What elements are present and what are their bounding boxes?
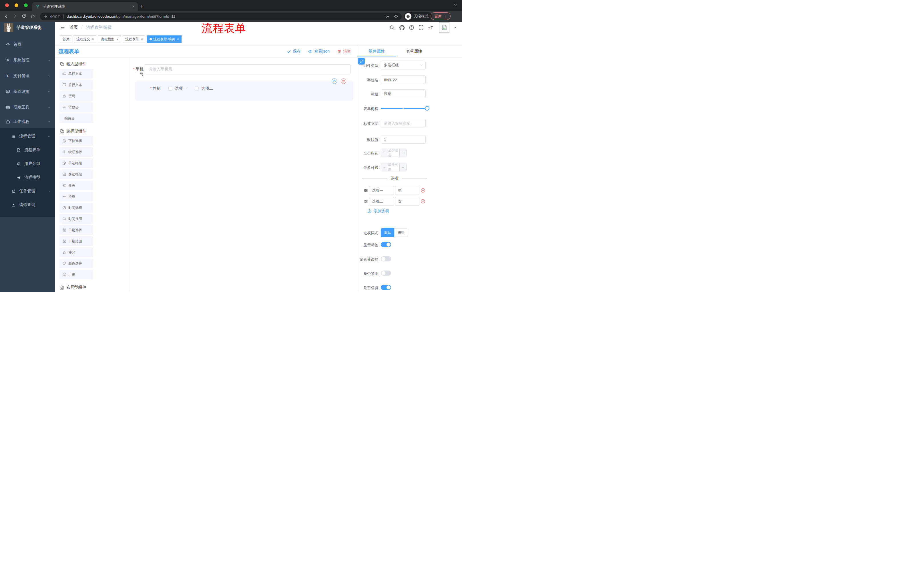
gender-option-checkbox[interactable]: 选项一 <box>168 86 187 91</box>
component-item-palette[interactable]: 颜色选择 <box>59 258 93 268</box>
component-item-rate[interactable]: 评分 <box>59 247 93 257</box>
option-label-input[interactable] <box>369 197 394 206</box>
component-item-upload[interactable]: 上传 <box>59 270 93 280</box>
home-icon[interactable] <box>30 14 35 19</box>
delete-component-button[interactable] <box>341 79 346 84</box>
component-item-date[interactable]: 日期选择 <box>59 225 93 235</box>
component-item-slider[interactable]: 滑块 <box>59 192 93 201</box>
sidebar-item-user[interactable]: 请假查询 <box>0 198 55 212</box>
tab-component-props[interactable]: 组件属性 <box>357 45 396 57</box>
tab-close-icon[interactable]: × <box>132 4 134 8</box>
tag-active[interactable]: 流程表单-编辑× <box>147 35 181 43</box>
form-grid-slider[interactable] <box>381 108 427 109</box>
help-icon[interactable] <box>409 25 414 30</box>
tag-close-icon[interactable]: × <box>141 36 143 43</box>
stepper-plus-button[interactable]: + <box>399 163 406 171</box>
component-type-select[interactable]: 多选框组 <box>381 61 426 69</box>
search-icon[interactable] <box>389 25 395 30</box>
component-item-radio[interactable]: 单选框组 <box>59 158 93 168</box>
option-value-input[interactable] <box>395 197 419 206</box>
component-item-lock[interactable]: 密码 <box>59 91 93 101</box>
font-size-icon[interactable]: TT <box>428 25 434 30</box>
update-button[interactable]: 更新 <box>431 12 450 20</box>
option-value-input[interactable] <box>395 186 419 195</box>
sidebar-item-briefcase[interactable]: 工作流程 <box>0 115 55 128</box>
forward-icon[interactable] <box>13 14 18 19</box>
tag-item[interactable]: 流程定义× <box>74 35 96 43</box>
component-item-time[interactable]: 时间选择 <box>59 203 93 212</box>
component-item-date-range[interactable]: 日期范围 <box>59 236 93 246</box>
github-icon[interactable] <box>399 25 404 30</box>
bookmark-star-icon[interactable] <box>394 14 398 19</box>
slider-handle[interactable] <box>425 106 429 110</box>
label-width-input[interactable] <box>381 119 426 127</box>
toggle-switch[interactable] <box>381 285 391 290</box>
drag-handle-icon[interactable] <box>364 188 368 192</box>
toggle-switch[interactable] <box>381 256 391 262</box>
tag-close-icon[interactable]: × <box>116 36 118 43</box>
style-default-button[interactable]: 默认 <box>381 228 394 237</box>
component-item-checkbox[interactable]: 多选框组 <box>59 169 93 179</box>
sidebar-item-toolbox[interactable]: 研发工具 <box>0 99 55 115</box>
password-key-icon[interactable] <box>385 14 390 19</box>
sidebar-item-robot[interactable]: 用户分组 <box>0 157 55 171</box>
add-option-button[interactable]: 添加选项 <box>367 209 389 214</box>
stepper-minus-button[interactable]: − <box>381 163 388 171</box>
minimize-window-button[interactable] <box>15 3 18 7</box>
tag-close-icon[interactable]: × <box>92 36 94 43</box>
sidebar-item-list[interactable]: 流程管理 <box>0 130 55 143</box>
style-button-button[interactable]: 按钮 <box>394 228 408 237</box>
component-item-textarea[interactable]: 多行文本 <box>59 80 93 90</box>
remove-option-icon[interactable] <box>421 188 426 193</box>
new-tab-button[interactable]: + <box>140 2 144 10</box>
tab-form-props[interactable]: 表单属性 <box>396 45 432 57</box>
not-secure-label[interactable]: 不安全 <box>50 14 61 19</box>
component-item-cascade[interactable]: 级联选择 <box>59 147 93 157</box>
component-item-counter[interactable]: 123计数器 <box>59 102 93 112</box>
tag-item[interactable]: 首页 <box>60 35 72 43</box>
gender-option-checkbox[interactable]: 选项二 <box>195 86 213 91</box>
clear-button[interactable]: 清空 <box>337 49 351 54</box>
component-item-input[interactable]: 单行文本 <box>59 69 93 79</box>
back-icon[interactable] <box>4 14 9 19</box>
tag-item[interactable]: 流程表单× <box>123 35 145 43</box>
reload-icon[interactable] <box>21 14 26 19</box>
tag-item[interactable]: 流程模型× <box>98 35 120 43</box>
selected-component-block[interactable]: *性别 选项一选项二 <box>135 81 353 100</box>
component-item-select[interactable]: 下拉选择 <box>59 136 93 146</box>
user-avatar-broken-image[interactable] <box>439 22 449 33</box>
close-window-button[interactable] <box>5 3 9 7</box>
browser-tab[interactable]: 芋道管理系统 × <box>32 2 138 11</box>
toggle-switch[interactable] <box>381 271 391 276</box>
address-bar[interactable]: 不安全 dashboard.yudao.iocoder.cn /bpm/mana… <box>40 13 402 20</box>
sidebar-item-tree[interactable]: 任务管理 <box>0 184 55 198</box>
component-item-time-range[interactable]: 时间范围 <box>59 214 93 224</box>
stepper-minus-button[interactable]: − <box>381 149 388 157</box>
save-button[interactable]: 保存 <box>287 49 301 54</box>
zoom-window-button[interactable] <box>24 3 28 7</box>
stepper-plus-button[interactable]: + <box>399 149 406 157</box>
title-input[interactable] <box>381 89 426 98</box>
sidebar-item-dashboard[interactable]: 首页 <box>0 36 55 52</box>
sidebar-item-yen[interactable]: ¥支付管理 <box>0 68 55 84</box>
view-json-button[interactable]: 查看json <box>308 49 330 54</box>
component-item-editor[interactable]: 编辑器 <box>59 114 93 123</box>
component-item-switch[interactable]: 开关 <box>59 181 93 190</box>
sidebar-item-plane[interactable]: 流程模型 <box>0 171 55 184</box>
option-label-input[interactable] <box>369 186 394 195</box>
sidebar-item-monitor[interactable]: 基础设施 <box>0 84 55 99</box>
chevron-down-icon[interactable] <box>454 3 457 7</box>
phone-field-input[interactable] <box>144 64 350 74</box>
sidebar-fold-icon[interactable] <box>60 25 65 30</box>
default-value-input[interactable] <box>381 135 426 144</box>
remove-option-icon[interactable] <box>421 199 426 204</box>
fullscreen-icon[interactable] <box>419 25 424 30</box>
drag-handle-icon[interactable] <box>364 199 368 204</box>
sidebar-item-gear[interactable]: 系统管理 <box>0 52 55 68</box>
tag-close-icon[interactable]: × <box>177 36 179 43</box>
field-name-input[interactable] <box>381 76 426 84</box>
sidebar-item-doc-edit[interactable]: 流程表单 <box>0 143 55 157</box>
toggle-switch[interactable] <box>381 242 391 247</box>
copy-component-button[interactable] <box>332 79 337 84</box>
caret-down-icon[interactable] <box>454 26 457 29</box>
